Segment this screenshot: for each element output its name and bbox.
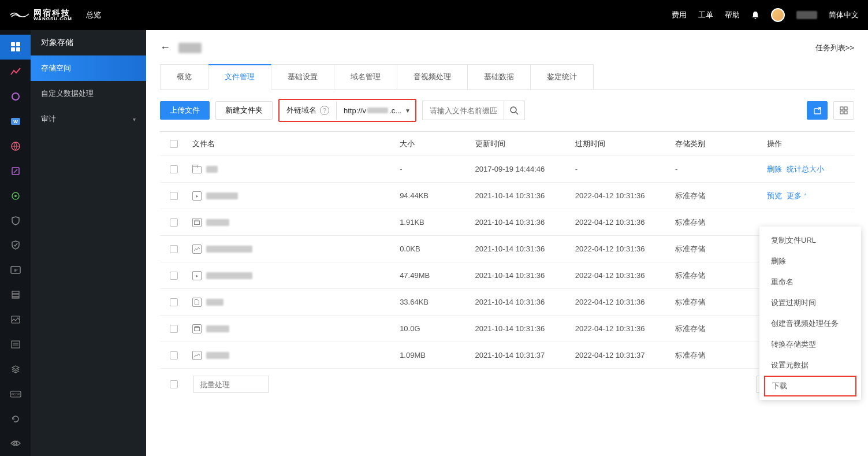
- select-all-checkbox[interactable]: [170, 140, 178, 148]
- rail-item-refresh-icon[interactable]: [0, 406, 31, 431]
- rail-item-chart-icon[interactable]: [0, 60, 31, 84]
- rail-item-globe-icon[interactable]: [0, 134, 31, 159]
- file-name[interactable]: [206, 272, 252, 279]
- nav-ticket[interactable]: 工单: [698, 10, 713, 20]
- logo[interactable]: 网宿科技 WANGSU.COM: [9, 9, 72, 21]
- row-checkbox[interactable]: [170, 298, 178, 306]
- svg-line-25: [516, 112, 518, 114]
- image-icon: [192, 351, 202, 360]
- rail-item-stack-icon[interactable]: [0, 357, 31, 381]
- file-name[interactable]: [206, 352, 229, 359]
- table-row: 0.0KB 2021-10-14 10:31:36 2022-04-12 10:…: [160, 236, 854, 262]
- tab-3[interactable]: 域名管理: [334, 64, 397, 89]
- dropdown-item-2[interactable]: 重命名: [759, 272, 861, 292]
- logo-brand-en: WANGSU.COM: [33, 17, 72, 21]
- rail-item-w-icon[interactable]: W: [0, 109, 31, 134]
- view-grid-button[interactable]: [833, 101, 854, 120]
- tab-0[interactable]: 概览: [160, 64, 208, 89]
- rail-item-pcon-icon[interactable]: PCON: [0, 381, 31, 406]
- dropdown-item-3[interactable]: 设置过期时间: [759, 292, 861, 313]
- file-size: 33.64KB: [395, 298, 470, 306]
- domain-select[interactable]: http://v .c... ▼: [337, 101, 415, 120]
- select-all-footer-checkbox[interactable]: [170, 380, 178, 388]
- side-nav: 对象存储 存储空间自定义数据处理审计▾: [31, 30, 146, 456]
- rail-item-shield-icon[interactable]: [0, 208, 31, 233]
- rail-item-ip-icon[interactable]: IP: [0, 258, 31, 283]
- row-checkbox[interactable]: [170, 272, 178, 280]
- new-folder-button[interactable]: 新建文件夹: [215, 101, 273, 120]
- doc-icon: [192, 298, 202, 307]
- sidenav-item-1[interactable]: 自定义数据处理: [31, 81, 146, 106]
- collapse-icon[interactable]: ‹‹: [8, 435, 22, 449]
- rail-item-image-icon[interactable]: [0, 307, 31, 332]
- file-name[interactable]: [206, 166, 218, 173]
- file-size: 1.91KB: [395, 218, 470, 227]
- file-storage-class: -: [670, 165, 762, 173]
- file-update-time: 2021-10-14 10:31:36: [471, 271, 571, 280]
- avatar[interactable]: [771, 8, 785, 22]
- dropdown-item-4[interactable]: 创建音视频处理任务: [759, 313, 861, 334]
- upload-button[interactable]: 上传文件: [160, 101, 210, 120]
- rail-item-server-icon[interactable]: [0, 283, 31, 307]
- sidenav-item-label: 审计: [41, 114, 56, 124]
- archive-icon: [192, 324, 202, 333]
- nav-help[interactable]: 帮助: [725, 10, 740, 20]
- row-checkbox[interactable]: [170, 351, 178, 359]
- rail-item-edit-icon[interactable]: [0, 158, 31, 183]
- file-name[interactable]: [206, 246, 252, 253]
- rail-item-transform-icon[interactable]: [0, 84, 31, 109]
- tabs: 概览文件管理基础设置域名管理音视频处理基础数据鉴定统计: [160, 64, 854, 90]
- task-list-link[interactable]: 任务列表>>: [815, 43, 854, 53]
- sidenav-item-2[interactable]: 审计▾: [31, 106, 146, 132]
- file-storage-class: 标准存储: [670, 244, 762, 254]
- dropdown-item-6[interactable]: 设置元数据: [759, 355, 861, 376]
- bell-icon[interactable]: [751, 11, 759, 19]
- row-checkbox[interactable]: [170, 218, 178, 227]
- more-link[interactable]: 更多 ˄: [787, 191, 807, 201]
- row-checkbox[interactable]: [170, 192, 178, 200]
- delete-link[interactable]: 删除: [767, 164, 782, 175]
- rail-item-shield2-icon[interactable]: [0, 233, 31, 258]
- chevron-down-icon: ▾: [133, 116, 136, 123]
- tab-5[interactable]: 基础数据: [468, 64, 531, 89]
- tab-4[interactable]: 音视频处理: [397, 64, 468, 89]
- file-name[interactable]: [206, 219, 229, 226]
- refresh-button[interactable]: [807, 101, 828, 120]
- row-checkbox[interactable]: [170, 165, 178, 173]
- dropdown-item-7[interactable]: 下载: [764, 376, 856, 396]
- row-checkbox[interactable]: [170, 245, 178, 253]
- batch-action-input[interactable]: [193, 376, 269, 393]
- rail-item-target-icon[interactable]: [0, 183, 31, 208]
- file-update-time: 2021-10-14 10:31:36: [471, 324, 571, 333]
- file-name[interactable]: [206, 299, 223, 306]
- nav-fee[interactable]: 费用: [672, 10, 687, 20]
- row-checkbox[interactable]: [170, 325, 178, 333]
- file-expire-time: 2022-04-12 10:31:36: [571, 324, 670, 333]
- user-name[interactable]: [796, 11, 817, 19]
- breadcrumb: ← 任务列表>>: [160, 42, 854, 54]
- file-name[interactable]: [206, 192, 238, 199]
- dropdown-item-5[interactable]: 转换存储类型: [759, 334, 861, 355]
- svg-rect-28: [840, 107, 843, 110]
- rail-item-list-icon[interactable]: [0, 332, 31, 357]
- col-name: 文件名: [188, 139, 395, 149]
- preview-link[interactable]: 预览: [767, 191, 782, 201]
- lang-switch[interactable]: 简体中文: [829, 10, 859, 20]
- dropdown-item-1[interactable]: 删除: [759, 251, 861, 272]
- help-icon[interactable]: ?: [320, 106, 329, 115]
- col-update: 更新时间: [471, 139, 571, 149]
- rail-item-apps-icon[interactable]: [0, 35, 31, 60]
- sidenav-item-0[interactable]: 存储空间: [31, 55, 146, 81]
- tab-6[interactable]: 鉴定统计: [531, 64, 594, 89]
- file-name[interactable]: [206, 325, 229, 332]
- search-button[interactable]: [504, 101, 524, 120]
- back-arrow-icon[interactable]: ←: [160, 42, 170, 54]
- svg-point-4: [12, 93, 19, 100]
- search-input[interactable]: [423, 101, 504, 120]
- dropdown-item-0[interactable]: 复制文件URL: [759, 230, 861, 251]
- main: ← 任务列表>> 概览文件管理基础设置域名管理音视频处理基础数据鉴定统计 上传文…: [146, 30, 868, 456]
- tab-2[interactable]: 基础设置: [271, 64, 334, 89]
- tab-1[interactable]: 文件管理: [208, 64, 271, 90]
- nav-overview[interactable]: 总览: [86, 10, 101, 20]
- stat-size-link[interactable]: 统计总大小: [787, 164, 824, 175]
